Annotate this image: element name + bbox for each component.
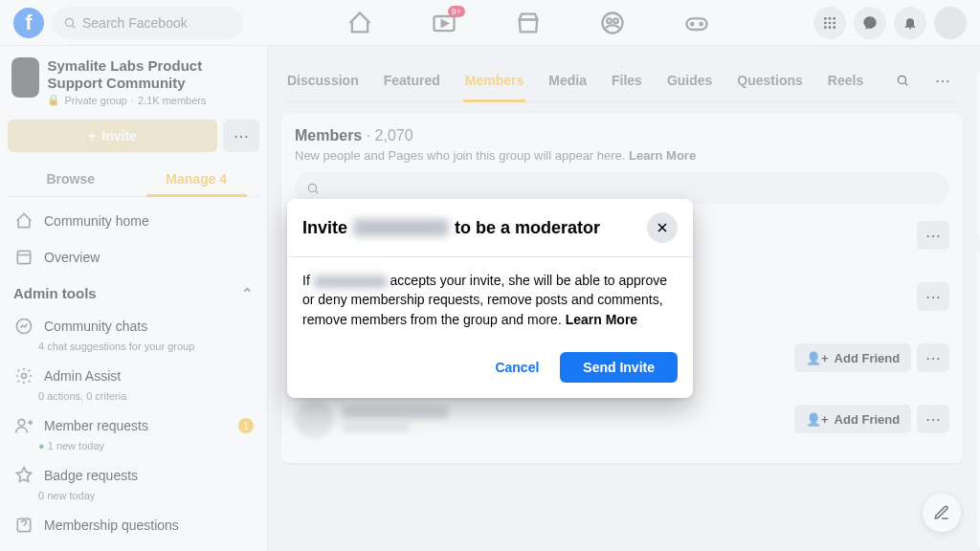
send-invite-button[interactable]: Send Invite (560, 352, 678, 383)
modal-header: Invite to be a moderator (287, 199, 693, 257)
learn-more-link[interactable]: Learn More (566, 312, 637, 327)
close-icon (655, 220, 670, 235)
modal-title: Invite to be a moderator (302, 218, 647, 238)
modal-backdrop: Invite to be a moderator If accepts your… (0, 0, 980, 551)
redacted-username (353, 219, 449, 236)
redacted-username (314, 276, 387, 288)
invite-moderator-modal: Invite to be a moderator If accepts your… (287, 199, 693, 398)
modal-body: If accepts your invite, she will be able… (287, 257, 693, 342)
modal-footer: Cancel Send Invite (287, 342, 693, 398)
cancel-button[interactable]: Cancel (483, 352, 550, 383)
close-button[interactable] (647, 212, 678, 243)
